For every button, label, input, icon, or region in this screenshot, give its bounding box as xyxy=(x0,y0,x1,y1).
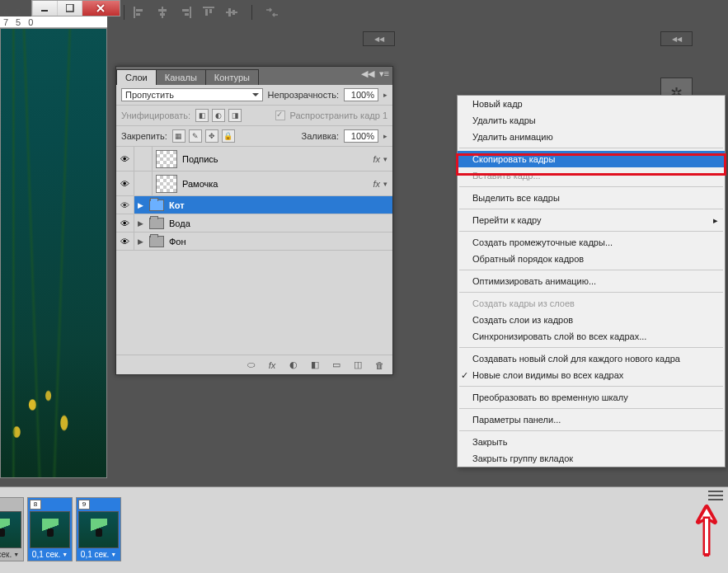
new-group-icon[interactable]: ▭ xyxy=(330,359,343,372)
panel-tabs: Слои Каналы Контуры ◀◀▾≡ xyxy=(116,67,392,85)
menu-item[interactable]: Оптимизировать анимацию... xyxy=(458,273,725,289)
svg-rect-14 xyxy=(226,12,237,13)
menu-item[interactable]: Синхронизировать слой во всех кадрах... xyxy=(458,328,725,345)
menu-item[interactable]: Создать промежуточные кадры... xyxy=(458,234,725,251)
panel-collapse-right[interactable]: ◀◀ xyxy=(660,31,693,46)
visibility-icon[interactable]: 👁 xyxy=(116,232,134,250)
menu-item[interactable]: Создать слои из кадров xyxy=(458,312,725,328)
layer-name[interactable]: Рамочка xyxy=(181,179,373,189)
layer-group-row[interactable]: 👁 ▶ Кот xyxy=(116,196,392,214)
menu-item[interactable]: Создавать новый слой для каждого нового … xyxy=(458,350,725,367)
frame-thumbnail xyxy=(0,511,21,548)
menu-item[interactable]: Удалить анимацию xyxy=(458,129,725,145)
adjustment-layer-icon[interactable]: ◧ xyxy=(308,359,322,372)
panel-collapse-left[interactable]: ◀◀ xyxy=(363,31,395,46)
menu-item[interactable]: Закрыть группу вкладок xyxy=(458,450,725,467)
swap-icon[interactable] xyxy=(264,4,280,21)
menu-item[interactable]: Обратный порядок кадров xyxy=(458,251,725,267)
opacity-field[interactable]: 100% xyxy=(344,88,378,101)
layer-mask-icon[interactable]: ◐ xyxy=(287,359,300,372)
animation-frame[interactable]: 9 0,1 сек.▼ xyxy=(76,497,121,561)
maximize-button[interactable] xyxy=(57,1,82,16)
visibility-icon[interactable]: 👁 xyxy=(116,171,134,195)
visibility-icon[interactable]: 👁 xyxy=(116,214,134,232)
delete-layer-icon[interactable]: 🗑 xyxy=(373,359,386,372)
frame-duration[interactable]: 0,1 сек.▼ xyxy=(0,548,23,561)
menu-separator xyxy=(459,270,723,270)
menu-separator xyxy=(459,186,723,187)
menu-item[interactable]: Закрыть xyxy=(458,434,725,450)
visibility-icon[interactable]: 👁 xyxy=(116,196,134,214)
layer-thumbnail[interactable] xyxy=(156,175,177,193)
lock-all-icon[interactable]: 🔒 xyxy=(222,129,235,143)
svg-rect-6 xyxy=(158,9,167,12)
svg-rect-9 xyxy=(182,9,189,12)
tab-paths[interactable]: Контуры xyxy=(205,69,259,85)
new-layer-icon[interactable]: ◫ xyxy=(351,359,364,372)
align-hcenter-icon[interactable] xyxy=(154,4,171,21)
panel-collapse-icon[interactable]: ◀◀ xyxy=(361,68,374,79)
opacity-flyout-icon[interactable]: ▸ xyxy=(383,91,387,99)
fx-indicator[interactable]: fx xyxy=(373,154,380,164)
menu-item[interactable]: Удалить кадры xyxy=(458,112,725,129)
menu-item: Создать кадры из слоев xyxy=(458,295,725,312)
tab-layers[interactable]: Слои xyxy=(116,69,157,85)
unify-position-icon[interactable]: ◧ xyxy=(195,109,209,122)
blend-mode-dropdown[interactable]: Пропустить xyxy=(121,88,263,101)
layer-group-row[interactable]: 👁 ▶ Вода xyxy=(116,214,392,232)
svg-rect-15 xyxy=(228,8,231,16)
menu-item[interactable]: Перейти к кадру xyxy=(458,212,725,228)
menu-item[interactable]: Выделить все кадры xyxy=(458,190,725,206)
fill-field[interactable]: 100% xyxy=(344,129,378,143)
close-button[interactable] xyxy=(82,1,120,16)
tab-channels[interactable]: Каналы xyxy=(156,69,206,85)
panel-menu-icon[interactable]: ▾≡ xyxy=(379,68,389,79)
lock-label: Закрепить: xyxy=(121,131,167,141)
expand-icon[interactable]: ▶ xyxy=(134,201,146,209)
fx-indicator[interactable]: fx xyxy=(373,179,380,189)
expand-icon[interactable]: ▶ xyxy=(134,219,146,228)
layers-empty-area[interactable] xyxy=(116,251,392,355)
layer-name[interactable]: Подпись xyxy=(181,154,373,164)
minimize-button[interactable] xyxy=(32,1,57,16)
unify-visibility-icon[interactable]: ◐ xyxy=(212,109,225,122)
link-layers-icon[interactable]: ⬭ xyxy=(244,359,257,372)
animation-frame[interactable]: 7 0,1 сек.▼ xyxy=(0,497,24,561)
layer-name[interactable]: Фон xyxy=(167,237,387,247)
unify-row: Унифицировать: ◧ ◐ ◨ Распространить кадр… xyxy=(116,106,392,126)
fill-flyout-icon[interactable]: ▸ xyxy=(383,132,387,140)
frame-duration[interactable]: 0,1 сек.▼ xyxy=(28,548,72,561)
menu-item[interactable]: Скопировать кадры xyxy=(458,151,725,167)
layer-row[interactable]: 👁 Рамочка fx ▾ xyxy=(116,171,392,196)
menu-item[interactable]: Новый кадр xyxy=(458,96,725,112)
align-right-icon[interactable] xyxy=(177,4,194,21)
align-top-icon[interactable] xyxy=(200,4,217,21)
lock-transparency-icon[interactable]: ▦ xyxy=(172,129,186,143)
blend-opacity-row: Пропустить Непрозрачность: 100% ▸ xyxy=(116,85,392,106)
layer-group-row[interactable]: 👁 ▶ Фон xyxy=(116,232,392,251)
animation-frame[interactable]: 8 0,1 сек.▼ xyxy=(27,497,73,561)
svg-rect-11 xyxy=(203,7,214,8)
fx-expand-icon[interactable]: ▾ xyxy=(383,180,387,188)
frame-duration[interactable]: 0,1 сек.▼ xyxy=(77,548,120,561)
canvas-preview[interactable] xyxy=(0,28,107,478)
lock-position-icon[interactable]: ✥ xyxy=(205,129,218,143)
menu-item[interactable]: Новые слои видимы во всех кадрах xyxy=(458,367,725,383)
lock-pixels-icon[interactable]: ✎ xyxy=(189,129,202,143)
fx-menu-icon[interactable]: fx xyxy=(265,359,279,372)
menu-item[interactable]: Преобразовать во временную шкалу xyxy=(458,389,725,406)
layer-thumbnail[interactable] xyxy=(156,150,177,168)
frame-thumbnail xyxy=(30,511,70,548)
align-left-icon[interactable] xyxy=(131,4,148,21)
expand-icon[interactable]: ▶ xyxy=(134,237,146,246)
propagate-checkbox[interactable] xyxy=(275,110,285,120)
layer-name[interactable]: Вода xyxy=(167,218,387,228)
visibility-icon[interactable]: 👁 xyxy=(116,147,134,171)
layer-name[interactable]: Кот xyxy=(167,200,387,210)
animation-context-menu: Новый кадрУдалить кадрыУдалить анимациюС… xyxy=(457,95,726,467)
align-vcenter-icon[interactable] xyxy=(223,4,240,21)
layer-row[interactable]: 👁 Подпись fx ▾ xyxy=(116,147,392,171)
menu-item[interactable]: Параметры панели... xyxy=(458,411,725,428)
unify-style-icon[interactable]: ◨ xyxy=(228,109,242,122)
fx-expand-icon[interactable]: ▾ xyxy=(383,155,387,163)
